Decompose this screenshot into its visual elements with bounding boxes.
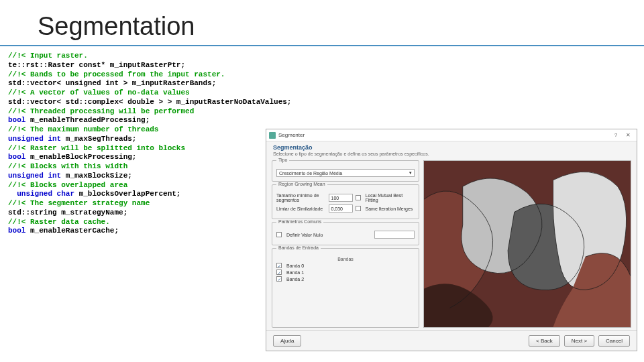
- chevron-down-icon: ▾: [409, 170, 412, 176]
- slide-title: Segmentation: [0, 0, 644, 46]
- common-params-group: Parâmetros Comuns Definir Valor Nulo: [272, 222, 419, 245]
- dialog-titlebar: Segmenter ? ✕: [266, 129, 637, 141]
- novalue-checkbox[interactable]: [276, 232, 282, 237]
- novalue-label: Definir Valor Nulo: [286, 233, 372, 237]
- input-bands-legend: Bandas de Entrada: [276, 245, 321, 250]
- type-group: Tipo Crescimento de Região Média ▾: [272, 160, 419, 182]
- preview-pane: Pré-operação ✓ Reamostragem...: [423, 160, 631, 328]
- window-app-icon: [269, 132, 276, 139]
- next-button[interactable]: Next >: [564, 335, 594, 347]
- dialog-footer: Ajuda < Back Next > Cancel: [266, 330, 637, 351]
- dialog-header: Segmentação Selecione o tipo de segmenta…: [266, 141, 637, 158]
- code-line: std::vector< std::complex< double > > m_…: [8, 98, 644, 107]
- iter-merge-label: Same Iteration Merges: [366, 206, 415, 211]
- list-item[interactable]: ✓Banda 1: [276, 269, 415, 275]
- code-line: //!< Bands to be processed from the inpu…: [8, 70, 644, 80]
- dialog-header-title: Segmentação: [273, 144, 630, 151]
- common-legend: Parâmetros Comuns: [276, 219, 323, 224]
- best-fit-checkbox[interactable]: [356, 195, 361, 200]
- back-button[interactable]: < Back: [529, 335, 560, 347]
- min-seg-input[interactable]: 100: [329, 194, 353, 202]
- sim-input[interactable]: 0,030: [329, 204, 353, 213]
- window-title: Segmenter: [278, 132, 610, 138]
- type-select[interactable]: Crescimento de Região Média ▾: [276, 169, 415, 177]
- sim-label: Limiar de Similaridade: [276, 206, 326, 211]
- dialog-header-desc: Selecione o tipo de segmentação e defina…: [273, 152, 630, 156]
- band-checkbox[interactable]: ✓: [276, 276, 282, 282]
- preview-canvas[interactable]: [424, 161, 631, 327]
- segmenter-dialog: Segmenter ? ✕ Segmentação Selecione o ti…: [266, 129, 637, 351]
- min-seg-label: Tamanho mínimo de segmentos: [276, 193, 326, 202]
- code-line: //!< Threaded processing will be perform…: [8, 107, 644, 117]
- help-icon[interactable]: ?: [610, 132, 622, 138]
- code-line: bool m_enableThreadedProcessing;: [8, 116, 644, 125]
- iter-merge-checkbox[interactable]: [356, 206, 361, 211]
- list-item[interactable]: ✓Banda 2: [276, 276, 415, 282]
- code-line: std::vector< unsigned int > m_inputRaste…: [8, 79, 644, 88]
- type-legend: Tipo: [276, 158, 289, 162]
- band-label: Banda 0: [286, 263, 304, 268]
- help-button[interactable]: Ajuda: [273, 335, 301, 347]
- input-bands-group: Bandas de Entrada Bandas ✓Banda 0 ✓Banda…: [272, 248, 419, 328]
- bands-header: Bandas: [276, 257, 415, 261]
- band-checkbox[interactable]: ✓: [276, 263, 282, 268]
- code-line: te::rst::Raster const* m_inputRasterPtr;: [8, 61, 644, 70]
- best-fit-label: Local Mutual Best Fitting: [366, 193, 415, 202]
- code-line: //!< Input raster.: [8, 52, 644, 61]
- band-label: Banda 2: [286, 277, 304, 282]
- close-icon[interactable]: ✕: [622, 132, 634, 138]
- region-growing-group: Region Growing Mean Tamanho mínimo de se…: [272, 184, 419, 219]
- region-legend: Region Growing Mean: [276, 182, 327, 186]
- band-label: Banda 1: [286, 270, 304, 275]
- type-select-value: Crescimento de Região Média: [279, 171, 342, 176]
- cancel-button[interactable]: Cancel: [598, 335, 630, 347]
- novalue-input[interactable]: [374, 231, 415, 239]
- code-line: //!< A vector of values of no-data value…: [8, 88, 644, 98]
- band-checkbox[interactable]: ✓: [276, 269, 282, 275]
- band-list: ✓Banda 0 ✓Banda 1 ✓Banda 2: [276, 263, 415, 283]
- list-item[interactable]: ✓Banda 0: [276, 263, 415, 268]
